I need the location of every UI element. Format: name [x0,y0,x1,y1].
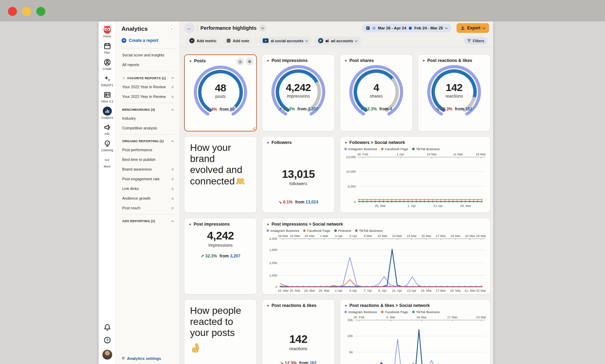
delta: ↘ 0.1% from 13,024 [262,200,334,204]
minimize-window-button[interactable] [22,7,31,16]
post-reactions-stat-card[interactable]: ✶ Post reactions & likes 142 reactions ↘… [262,299,335,364]
analytics-settings-link[interactable]: ⚙ Analytics settings [121,356,161,361]
legend-dot [267,229,269,232]
section-header-label: ADS REPORTING (1) [122,219,172,223]
chevron-up-icon [171,77,174,80]
chart-legend: Instagram BusinessFacebook PageTikTok Bu… [340,145,490,151]
chevron-up-icon [171,220,174,222]
divider [121,134,175,135]
download-icon [461,26,465,30]
sidebar-item-create[interactable]: Create [99,57,116,71]
sidebar-item-label: DailyGF1 [101,83,114,87]
delta: ↘ 12.3% from 162 [418,107,490,111]
report-item-brand-awareness[interactable]: Brand awareness0 [116,164,180,174]
x-axis-label: 11. Apr [392,289,402,292]
avatar[interactable] [102,349,112,360]
count-badge: 0 [172,187,173,191]
help-icon[interactable]: ? [104,337,111,345]
impressions-by-network-chart-card[interactable]: ✶ Post impressions > Social network Inst… [262,218,490,294]
posts-metric-card[interactable]: ✶ Posts ◎ ⚙ 48 posts ↘ 4% from 50 [184,54,257,131]
sidebar-item-plan[interactable]: Plan [99,41,116,54]
create-report-button[interactable]: + Create a report [116,33,180,47]
sidebar-item-more[interactable]: •••More [99,155,116,168]
section-header-organic-reporting-1-[interactable]: ORGANIC REPORTING (1) [116,136,180,145]
back-button[interactable]: ← [184,23,195,33]
chevron-up-icon [171,140,174,143]
post-reactions-metric-card[interactable]: ✶ Post reactions & likes 142 reactions ↘… [418,54,490,131]
report-item-best-time-to-publish[interactable]: Best time to publish [116,155,180,164]
sidebar-item-info[interactable]: Info [99,122,116,136]
section-header-ads-reporting-1-[interactable]: ADS REPORTING (1) [116,216,180,225]
maximize-window-button[interactable] [36,7,45,16]
collapse-panel-button[interactable]: « [169,26,175,32]
resize-handle[interactable] [252,126,255,130]
brand-story-card[interactable]: How yourbrandevolved andconnected [184,136,257,213]
x-axis-label: 1 Mar [320,234,328,238]
count-badge: 0 [172,95,173,99]
sidebar-item-analytics[interactable]: Analytics [99,106,116,119]
sidebar-item-listening[interactable]: !Listening [99,139,116,152]
filters-button[interactable]: Filters [464,37,488,45]
legend-dot [334,229,337,232]
delta: ↗ 12.3% from 4 [340,107,412,111]
followers-metric-card[interactable]: ✶ Followers 13,015 followers ↘ 0.1% from… [262,136,335,213]
divider [121,71,175,71]
chevron-down-icon [445,26,448,29]
sidebar-item-home[interactable]: Home [99,25,116,38]
trend-arrow-icon: ↗ [201,254,204,258]
post-impressions-stat-card[interactable]: ✶ Post impressions 4,242 Impressions ↗ 3… [184,218,257,294]
x-axis-label: 5 Apr [350,289,357,292]
divider [197,25,198,31]
legend-dot [355,229,358,232]
panel-link-all-reports[interactable]: All reports [116,60,180,70]
reactions-by-network-chart-card[interactable]: ✶ Post reactions & likes > Social networ… [340,299,490,364]
metric-value: 142 [262,334,334,345]
date-range-picker[interactable]: Mar 26 - Apr 24 Feb 24 - Mar 25 [362,24,452,33]
section-header-label: ORGANIC REPORTING (1) [122,139,172,143]
post-impressions-metric-card[interactable]: ✶ Post impressions 4,242 impressions ↗ 3… [262,54,335,131]
report-item-post-reach[interactable]: Post reach0 [116,203,180,213]
trend-arrow-icon: ↘ [206,107,210,112]
x-axis-label: 23 Mar [476,316,486,319]
panel-link-social-score-and-insights[interactable]: Social score and insights [116,50,180,60]
report-item-post-performance[interactable]: Post performance [116,145,180,155]
x-axis-label: 26 Mar [305,234,315,238]
date-range-2: Feb 24 - Mar 25 [414,26,443,30]
followers-by-network-chart-card[interactable]: ✶ Followers > Social network Instagram B… [340,136,490,213]
report-item-link-tlinks[interactable]: Link tlinks0 [116,184,180,193]
post-shares-metric-card[interactable]: ✶ Post shares 4 shares ↗ 12.3% from 4 [340,54,413,131]
report-item-post-engagement-rate[interactable]: Post engagement rate0 [116,174,180,184]
report-item-industry[interactable]: Industry [116,113,180,123]
bell-icon[interactable] [104,324,111,332]
chevron-down-icon [261,26,264,29]
report-item-your-2022-year-in-review[interactable]: Your 2022 Year in Review0 [116,92,180,101]
chart-legend: Instagram BusinessFacebook PagePintorest… [262,227,490,233]
close-window-button[interactable] [8,7,17,16]
report-title-menu-button[interactable] [259,25,266,31]
report-item-andience-growth[interactable]: Andience growth0 [116,193,180,203]
story-text: How yourbrandevolved andconnected [184,137,256,187]
export-button[interactable]: Export [457,23,489,33]
trend-arrow-icon: ↗ [360,107,364,111]
sidebar-item-label: Info [105,132,109,136]
add-metric-button[interactable]: + Add metric [186,37,220,45]
chevron-down-icon [305,39,308,42]
count-badge: 0 [172,85,173,89]
sidebar-item-inbox-2-2[interactable]: Inbox 2:2 [99,90,116,103]
x-axis-label: 15 Mar [476,153,486,156]
x-axis-label: 16 Mac [416,316,427,319]
add-note-button[interactable]: Add note [223,37,253,45]
metric-unit: reactions [418,94,490,99]
sidebar-item-dailygf1[interactable]: DailyGF1 [99,74,116,87]
divider [121,214,175,215]
x-axis-label: 17 Mac [447,316,458,319]
ad-accounts-filter[interactable]: P ad accounts [314,37,361,45]
x-axis-label: 26 Mar [278,234,288,238]
report-item-your-2022-year-in-review[interactable]: Your 2022 Year in Review0 [116,82,180,92]
panel-title: Analytics [121,26,148,33]
section-header-favorite-reports-1-[interactable]: ☆FAVORITE REPORTS (1) [116,73,180,82]
report-item-competitive-analysis[interactable]: Competitive analysis [116,123,180,133]
section-header-benchmarking-3-[interactable]: BENCHMARKING (3) [116,104,180,113]
reactions-story-card[interactable]: How peoplereacted toyour posts [184,299,257,364]
social-accounts-filter[interactable]: + al social accounts [259,37,311,45]
